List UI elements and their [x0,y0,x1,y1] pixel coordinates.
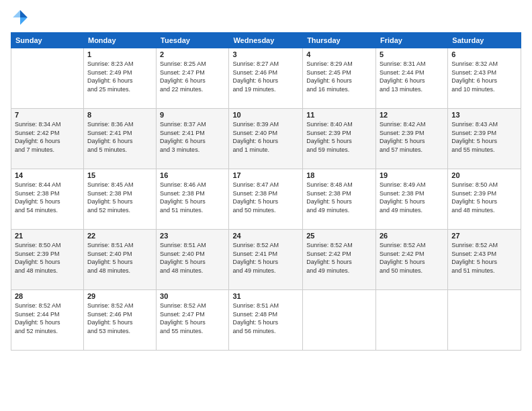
calendar-row: 1Sunrise: 8:23 AM Sunset: 2:49 PM Daylig… [11,48,521,109]
day-number: 16 [160,171,225,179]
col-header-saturday: Saturday [448,33,521,48]
day-detail: Sunrise: 8:50 AM Sunset: 2:39 PM Dayligh… [451,181,517,214]
svg-marker-2 [13,10,20,17]
day-number: 25 [306,232,372,240]
day-detail: Sunrise: 8:23 AM Sunset: 2:49 PM Dayligh… [87,60,152,93]
calendar-body: 1Sunrise: 8:23 AM Sunset: 2:49 PM Daylig… [11,48,521,351]
day-detail: Sunrise: 8:25 AM Sunset: 2:47 PM Dayligh… [160,60,225,93]
calendar-cell: 18Sunrise: 8:48 AM Sunset: 2:38 PM Dayli… [303,169,376,230]
calendar-cell: 7Sunrise: 8:34 AM Sunset: 2:42 PM Daylig… [11,109,84,169]
day-number: 17 [232,171,299,179]
day-detail: Sunrise: 8:32 AM Sunset: 2:43 PM Dayligh… [451,60,517,93]
calendar-cell: 21Sunrise: 8:50 AM Sunset: 2:39 PM Dayli… [11,230,84,290]
day-detail: Sunrise: 8:52 AM Sunset: 2:42 PM Dayligh… [380,241,444,275]
calendar-cell: 22Sunrise: 8:51 AM Sunset: 2:40 PM Dayli… [83,230,156,290]
day-detail: Sunrise: 8:29 AM Sunset: 2:45 PM Dayligh… [306,60,372,93]
calendar-cell [375,290,447,351]
svg-marker-0 [20,10,28,17]
day-number: 23 [160,232,225,240]
calendar-cell: 29Sunrise: 8:52 AM Sunset: 2:46 PM Dayli… [83,290,156,351]
col-header-friday: Friday [375,33,447,48]
page-container: SundayMondayTuesdayWednesdayThursdayFrid… [0,0,532,411]
calendar-cell: 30Sunrise: 8:52 AM Sunset: 2:47 PM Dayli… [157,290,229,351]
calendar-cell: 23Sunrise: 8:51 AM Sunset: 2:40 PM Dayli… [157,230,229,290]
day-number: 7 [15,111,80,119]
calendar-table: SundayMondayTuesdayWednesdayThursdayFrid… [11,32,521,351]
day-detail: Sunrise: 8:39 AM Sunset: 2:40 PM Dayligh… [232,120,299,154]
day-detail: Sunrise: 8:51 AM Sunset: 2:40 PM Dayligh… [160,241,225,275]
col-header-monday: Monday [83,33,156,48]
day-detail: Sunrise: 8:50 AM Sunset: 2:39 PM Dayligh… [15,241,80,275]
day-detail: Sunrise: 8:46 AM Sunset: 2:38 PM Dayligh… [160,181,225,214]
day-detail: Sunrise: 8:52 AM Sunset: 2:41 PM Dayligh… [232,241,299,275]
day-number: 19 [380,171,444,179]
col-header-tuesday: Tuesday [157,33,229,48]
calendar-cell: 1Sunrise: 8:23 AM Sunset: 2:49 PM Daylig… [83,48,156,109]
day-number: 11 [306,111,372,119]
day-number: 27 [451,232,517,240]
calendar-cell: 6Sunrise: 8:32 AM Sunset: 2:43 PM Daylig… [448,48,521,109]
day-number: 3 [232,50,299,58]
day-number: 24 [232,232,299,240]
calendar-row: 14Sunrise: 8:44 AM Sunset: 2:38 PM Dayli… [11,169,521,230]
calendar-cell: 17Sunrise: 8:47 AM Sunset: 2:38 PM Dayli… [229,169,303,230]
header [11,8,521,27]
calendar-cell: 11Sunrise: 8:40 AM Sunset: 2:39 PM Dayli… [303,109,376,169]
calendar-cell: 10Sunrise: 8:39 AM Sunset: 2:40 PM Dayli… [229,109,303,169]
calendar-cell: 15Sunrise: 8:45 AM Sunset: 2:38 PM Dayli… [83,169,156,230]
day-detail: Sunrise: 8:31 AM Sunset: 2:44 PM Dayligh… [380,60,444,93]
day-detail: Sunrise: 8:42 AM Sunset: 2:39 PM Dayligh… [380,120,444,154]
day-number: 22 [87,232,152,240]
calendar-cell: 4Sunrise: 8:29 AM Sunset: 2:45 PM Daylig… [303,48,376,109]
logo-icon [11,8,30,27]
svg-marker-1 [20,17,28,25]
day-number: 5 [380,50,444,58]
day-number: 8 [87,111,152,119]
calendar-cell: 5Sunrise: 8:31 AM Sunset: 2:44 PM Daylig… [375,48,447,109]
calendar-cell: 25Sunrise: 8:52 AM Sunset: 2:42 PM Dayli… [303,230,376,290]
day-detail: Sunrise: 8:51 AM Sunset: 2:48 PM Dayligh… [232,302,299,335]
day-number: 1 [87,50,152,58]
header-row: SundayMondayTuesdayWednesdayThursdayFrid… [11,33,521,48]
day-number: 20 [451,171,517,179]
day-number: 13 [451,111,517,119]
day-number: 18 [306,171,372,179]
day-number: 30 [160,292,225,300]
calendar-row: 28Sunrise: 8:52 AM Sunset: 2:44 PM Dayli… [11,290,521,351]
day-number: 15 [87,171,152,179]
calendar-cell: 20Sunrise: 8:50 AM Sunset: 2:39 PM Dayli… [448,169,521,230]
day-number: 2 [160,50,225,58]
day-number: 9 [160,111,225,119]
col-header-wednesday: Wednesday [229,33,303,48]
day-number: 10 [232,111,299,119]
day-number: 4 [306,50,372,58]
col-header-thursday: Thursday [303,33,376,48]
day-detail: Sunrise: 8:52 AM Sunset: 2:47 PM Dayligh… [160,302,225,335]
day-detail: Sunrise: 8:49 AM Sunset: 2:38 PM Dayligh… [380,181,444,214]
calendar-cell [303,290,376,351]
calendar-cell: 31Sunrise: 8:51 AM Sunset: 2:48 PM Dayli… [229,290,303,351]
day-detail: Sunrise: 8:48 AM Sunset: 2:38 PM Dayligh… [306,181,372,214]
day-detail: Sunrise: 8:43 AM Sunset: 2:39 PM Dayligh… [451,120,517,154]
calendar-row: 7Sunrise: 8:34 AM Sunset: 2:42 PM Daylig… [11,109,521,169]
calendar-cell: 2Sunrise: 8:25 AM Sunset: 2:47 PM Daylig… [157,48,229,109]
day-detail: Sunrise: 8:52 AM Sunset: 2:46 PM Dayligh… [87,302,152,335]
day-detail: Sunrise: 8:40 AM Sunset: 2:39 PM Dayligh… [306,120,372,154]
day-detail: Sunrise: 8:52 AM Sunset: 2:43 PM Dayligh… [451,241,517,275]
day-number: 21 [15,232,80,240]
logo [11,8,32,27]
col-header-sunday: Sunday [11,33,84,48]
day-detail: Sunrise: 8:44 AM Sunset: 2:38 PM Dayligh… [15,181,80,214]
day-detail: Sunrise: 8:51 AM Sunset: 2:40 PM Dayligh… [87,241,152,275]
day-number: 14 [15,171,80,179]
day-number: 12 [380,111,444,119]
day-detail: Sunrise: 8:47 AM Sunset: 2:38 PM Dayligh… [232,181,299,214]
calendar-cell: 24Sunrise: 8:52 AM Sunset: 2:41 PM Dayli… [229,230,303,290]
day-detail: Sunrise: 8:27 AM Sunset: 2:46 PM Dayligh… [232,60,299,93]
calendar-header: SundayMondayTuesdayWednesdayThursdayFrid… [11,33,521,48]
calendar-cell: 13Sunrise: 8:43 AM Sunset: 2:39 PM Dayli… [448,109,521,169]
day-detail: Sunrise: 8:45 AM Sunset: 2:38 PM Dayligh… [87,181,152,214]
day-detail: Sunrise: 8:52 AM Sunset: 2:42 PM Dayligh… [306,241,372,275]
day-detail: Sunrise: 8:36 AM Sunset: 2:41 PM Dayligh… [87,120,152,154]
calendar-cell: 12Sunrise: 8:42 AM Sunset: 2:39 PM Dayli… [375,109,447,169]
